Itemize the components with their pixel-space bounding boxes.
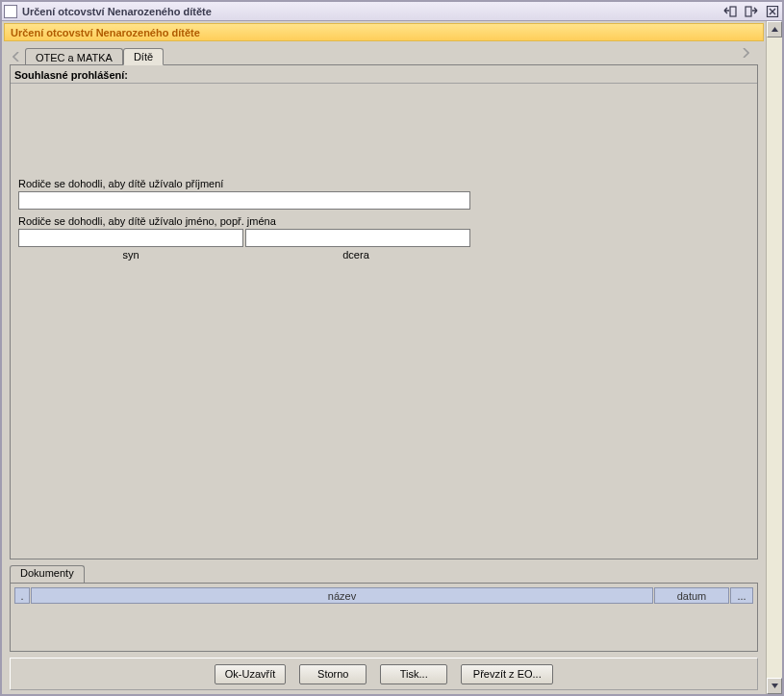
body-area: Určení otcovství Nenarozeného dítěte OTE… (2, 21, 782, 694)
surname-input[interactable] (18, 191, 470, 210)
scroll-down-button[interactable] (767, 678, 782, 694)
child-panel: Souhlasné prohlášení: Rodiče se dohodli,… (10, 64, 758, 559)
maximize-icon[interactable] (744, 5, 759, 18)
vertical-scrollbar[interactable] (766, 21, 782, 694)
cancel-button[interactable]: Storno (299, 664, 367, 684)
name-captions: syn dcera (18, 249, 472, 261)
documents-tabrow: Dokumenty (10, 565, 758, 583)
svg-rect-0 (730, 7, 736, 16)
documents-section: Dokumenty . název datum ... (10, 565, 758, 652)
main-panel: Určení otcovství Nenarozeného dítěte OTE… (2, 21, 766, 694)
svg-rect-1 (746, 7, 751, 16)
tab-label: OTEC a MATKA (36, 52, 113, 63)
section-title: Souhlasné prohlášení: (11, 65, 757, 84)
tab-row: OTEC a MATKA Dítě (4, 43, 764, 64)
daughter-caption: dcera (243, 249, 468, 261)
print-button[interactable]: Tisk... (380, 664, 447, 684)
form-area: Rodiče se dohodli, aby dítě užívalo příj… (11, 84, 757, 268)
button-bar: Ok-Uzavřít Storno Tisk... Převzít z EO..… (10, 658, 758, 690)
banner-text: Určení otcovství Nenarozeného dítěte (11, 27, 200, 38)
col-name[interactable]: název (31, 587, 653, 604)
son-caption: syn (18, 249, 243, 261)
son-name-input[interactable] (18, 229, 243, 247)
app-icon (4, 5, 17, 18)
col-dot[interactable]: . (14, 587, 30, 604)
window-controls (722, 5, 780, 18)
name-label: Rodiče se dohodli, aby dítě užívalo jmén… (18, 215, 749, 227)
documents-table-header: . název datum ... (14, 587, 753, 604)
tab-child[interactable]: Dítě (123, 48, 164, 65)
scroll-up-button[interactable] (767, 21, 782, 37)
tab-parents[interactable]: OTEC a MATKA (25, 48, 123, 65)
close-icon[interactable] (765, 5, 780, 18)
scroll-track[interactable] (767, 37, 782, 678)
titlebar: Určení otcovství Nenarozeného dítěte (2, 2, 782, 21)
col-more[interactable]: ... (730, 587, 753, 604)
tab-scroll-right[interactable] (739, 45, 752, 61)
tab-scroll-left[interactable] (10, 49, 23, 64)
window-root: Určení otcovství Nenarozeného dítěte (0, 0, 784, 696)
window-title: Určení otcovství Nenarozeného dítěte (22, 6, 722, 17)
surname-label: Rodiče se dohodli, aby dítě užívalo příj… (18, 178, 749, 189)
daughter-name-input[interactable] (245, 229, 470, 247)
tabs: OTEC a MATKA Dítě (25, 47, 164, 64)
name-inputs (18, 229, 472, 247)
import-eo-button[interactable]: Převzít z EO... (461, 664, 553, 684)
ok-button[interactable]: Ok-Uzavřít (215, 664, 287, 684)
banner: Určení otcovství Nenarozeného dítěte (4, 23, 764, 41)
documents-tab-label: Dokumenty (20, 567, 74, 579)
documents-panel: . název datum ... (10, 583, 758, 652)
col-date[interactable]: datum (654, 587, 729, 604)
tab-label: Dítě (134, 51, 153, 62)
minimize-restore-icon[interactable] (722, 5, 738, 18)
documents-tab[interactable]: Dokumenty (10, 565, 85, 583)
